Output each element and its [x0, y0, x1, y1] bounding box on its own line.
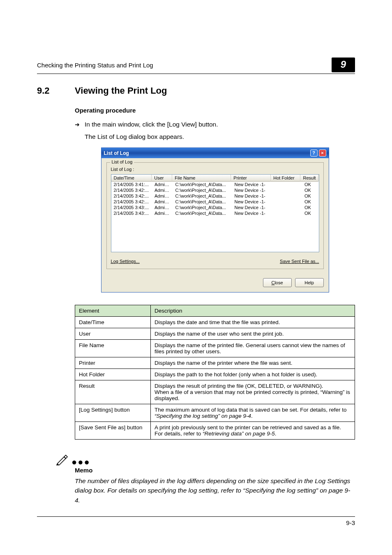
description-cell: A print job previously sent to the print… — [151, 422, 355, 440]
element-cell: File Name — [75, 340, 151, 357]
element-cell: [Save Sent File as] button — [75, 422, 151, 440]
description-cell: Displays the name of the user who sent t… — [151, 328, 355, 340]
group-caption: List of Log : — [111, 167, 319, 172]
section-title-text: Viewing the Print Log — [75, 85, 167, 96]
section-heading: 9.2Viewing the Print Log — [37, 85, 355, 96]
description-cell: Displays the name of the printer where t… — [151, 357, 355, 369]
help-button[interactable]: Help — [295, 278, 324, 287]
dialog-title-text: List of Log — [104, 150, 129, 156]
memo-text: The number of files displayed in the log… — [75, 476, 355, 505]
col-date-time[interactable]: Date/Time — [111, 175, 152, 182]
list-of-log-dialog: List of Log ? × List of Log List of Log … — [101, 147, 329, 292]
th-element: Element — [75, 305, 151, 317]
list-of-log-groupbox: List of Log List of Log : Date/Time User… — [106, 162, 324, 269]
col-hot-folder[interactable]: Hot Folder — [271, 175, 300, 182]
list-row[interactable]: 2/14/2005 3:43:...Admini...C:\work\Proje… — [111, 210, 319, 216]
page-footer: 9-3 — [37, 516, 355, 526]
running-head-text: Checking the Printing Status and Print L… — [37, 62, 153, 69]
list-row[interactable]: 2/14/2005 3:42:...Admini...C:\work\Proje… — [111, 193, 319, 199]
list-header: Date/Time User File Name Printer Hot Fol… — [111, 175, 319, 182]
table-row: PrinterDisplays the name of the printer … — [75, 357, 355, 369]
help-icon[interactable]: ? — [310, 150, 318, 157]
list-row[interactable]: 2/14/2005 3:41:...Admini...C:\work\Proje… — [111, 182, 319, 187]
description-cell: The maximum amount of log data that is s… — [151, 404, 355, 422]
close-icon[interactable]: × — [319, 150, 326, 157]
table-row: File NameDisplays the name of the printe… — [75, 340, 355, 357]
log-settings-link[interactable]: Log Settings... — [111, 259, 140, 264]
table-row: [Save Sent File as] buttonA print job pr… — [75, 422, 355, 440]
element-cell: Hot Folder — [75, 369, 151, 380]
col-file-name[interactable]: File Name — [172, 175, 231, 182]
ellipsis-icon: ●●● — [71, 460, 90, 464]
page-number: 9-3 — [346, 519, 355, 526]
chapter-badge: 9 — [332, 58, 355, 72]
list-row[interactable]: 2/14/2005 3:43:...Admini...C:\work\Proje… — [111, 205, 319, 210]
step-line-1: In the main window, click the [Log View]… — [85, 121, 218, 128]
description-cell: Displays the name of the printed file. G… — [151, 340, 355, 357]
element-cell: Result — [75, 380, 151, 404]
description-cell: Displays the result of printing the file… — [151, 380, 355, 404]
list-row[interactable]: 2/14/2005 3:42:...Admini...C:\work\Proje… — [111, 187, 319, 193]
element-cell: Printer — [75, 357, 151, 369]
col-printer[interactable]: Printer — [231, 175, 271, 182]
section-number: 9.2 — [37, 85, 75, 96]
save-sent-file-link[interactable]: Save Sent File as... — [280, 259, 319, 264]
th-description: Description — [151, 305, 355, 317]
list-row[interactable]: 2/14/2005 3:42:...Admini...C:\work\Proje… — [111, 199, 319, 205]
element-cell: User — [75, 328, 151, 340]
step-line-2: The List of Log dialog box appears. — [85, 132, 355, 142]
col-result[interactable]: Result — [300, 175, 318, 182]
close-button[interactable]: Close — [263, 278, 292, 287]
dialog-titlebar: List of Log ? × — [101, 148, 329, 158]
memo-title: Memo — [75, 467, 355, 474]
running-head: Checking the Printing Status and Print L… — [37, 58, 355, 74]
arrow-icon: ➜ — [75, 120, 80, 129]
table-row: Date/TimeDisplays the date and time that… — [75, 317, 355, 328]
element-cell: [Log Settings] button — [75, 404, 151, 422]
table-row: [Log Settings] buttonThe maximum amount … — [75, 404, 355, 422]
operating-procedure-heading: Operating procedure — [75, 107, 355, 114]
table-row: Hot FolderDisplays the path to the hot f… — [75, 369, 355, 380]
log-list[interactable]: Date/Time User File Name Printer Hot Fol… — [111, 174, 319, 252]
element-description-table: Element Description Date/TimeDisplays th… — [75, 305, 355, 440]
col-user[interactable]: User — [152, 175, 172, 182]
pencil-icon — [55, 452, 69, 466]
procedure-step: ➜ In the main window, click the [Log Vie… — [75, 120, 355, 142]
description-cell: Displays the date and time that the file… — [151, 317, 355, 328]
table-row: ResultDisplays the result of printing th… — [75, 380, 355, 404]
memo-block: ●●● Memo The number of files displayed i… — [75, 452, 355, 505]
element-cell: Date/Time — [75, 317, 151, 328]
groupbox-legend: List of Log — [110, 159, 134, 164]
description-cell: Displays the path to the hot folder (onl… — [151, 369, 355, 380]
table-row: UserDisplays the name of the user who se… — [75, 328, 355, 340]
